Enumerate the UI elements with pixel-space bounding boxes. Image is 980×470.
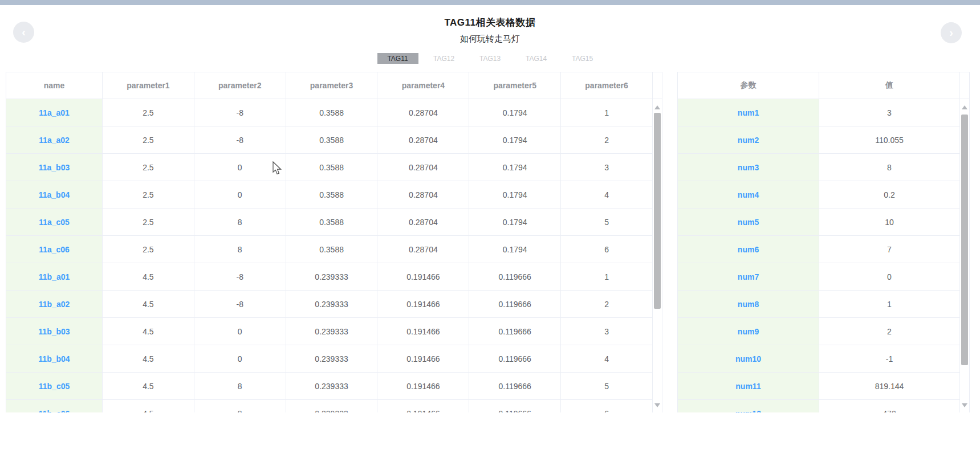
data-cell: 1 bbox=[561, 99, 653, 126]
row-name-cell[interactable]: 11a_b04 bbox=[6, 181, 103, 208]
data-cell: 0.28704 bbox=[377, 99, 469, 126]
row-name-cell[interactable]: num1 bbox=[678, 99, 819, 126]
column-header: 参数 bbox=[678, 72, 819, 99]
row-name-cell[interactable]: 11a_c06 bbox=[6, 236, 103, 263]
scrollbar-thumb[interactable] bbox=[961, 115, 968, 365]
row-name-cell[interactable]: num3 bbox=[678, 154, 819, 181]
data-cell: 0.239333 bbox=[286, 400, 378, 412]
vertical-scrollbar[interactable] bbox=[653, 99, 662, 412]
data-cell: 4 bbox=[561, 345, 653, 372]
data-cell: -8 bbox=[194, 263, 286, 290]
table-row: num12470 bbox=[678, 400, 969, 412]
data-cell: 0.119666 bbox=[469, 263, 561, 290]
row-name-cell[interactable]: num11 bbox=[678, 373, 819, 399]
data-cell: 3 bbox=[561, 154, 653, 181]
row-name-cell[interactable]: num4 bbox=[678, 181, 819, 208]
data-cell: 2 bbox=[561, 291, 653, 317]
table-header-row: nameparameter1parameter2parameter3parame… bbox=[6, 72, 662, 99]
row-name-cell[interactable]: num6 bbox=[678, 236, 819, 263]
data-cell: 5 bbox=[561, 209, 653, 235]
row-name-cell[interactable]: 11a_b03 bbox=[6, 154, 103, 181]
vertical-scrollbar[interactable] bbox=[960, 99, 969, 412]
table-row: 11b_c064.580.2393330.1914660.1196666 bbox=[6, 400, 662, 412]
data-cell: 0.239333 bbox=[286, 345, 378, 372]
tab-tag13[interactable]: TAG13 bbox=[470, 53, 511, 64]
table-row: 11a_a012.5-80.35880.287040.17941 bbox=[6, 99, 662, 126]
data-cell: 3 bbox=[561, 318, 653, 345]
row-name-cell[interactable]: 11b_b03 bbox=[6, 318, 103, 345]
row-name-cell[interactable]: num2 bbox=[678, 126, 819, 153]
tab-tag11[interactable]: TAG11 bbox=[377, 53, 418, 64]
column-header: parameter2 bbox=[194, 72, 286, 99]
row-name-cell[interactable]: num12 bbox=[678, 400, 819, 412]
data-cell: 2.5 bbox=[103, 154, 194, 181]
row-name-cell[interactable]: num9 bbox=[678, 318, 819, 345]
row-name-cell[interactable]: 11b_c05 bbox=[6, 373, 103, 399]
page-title: TAG11相关表格数据 bbox=[0, 16, 980, 29]
scroll-up-icon[interactable] bbox=[960, 104, 969, 112]
data-cell: 7 bbox=[819, 236, 960, 263]
row-name-cell[interactable]: 11b_c06 bbox=[6, 400, 103, 412]
table-row: 11b_a024.5-80.2393330.1914660.1196662 bbox=[6, 291, 662, 318]
table-row: 11b_b034.500.2393330.1914660.1196663 bbox=[6, 318, 662, 345]
table-row: num81 bbox=[678, 291, 969, 318]
row-name-cell[interactable]: 11b_b04 bbox=[6, 345, 103, 372]
data-cell: 8 bbox=[819, 154, 960, 181]
page-subtitle: 如何玩转走马灯 bbox=[0, 34, 980, 44]
data-cell: 4.5 bbox=[103, 291, 194, 317]
table-row: 11a_b042.500.35880.287040.17944 bbox=[6, 181, 662, 209]
row-name-cell[interactable]: num10 bbox=[678, 345, 819, 372]
row-name-cell[interactable]: num7 bbox=[678, 263, 819, 290]
table-row: num70 bbox=[678, 263, 969, 291]
scroll-down-icon[interactable] bbox=[960, 402, 969, 410]
scroll-down-icon[interactable] bbox=[653, 402, 662, 410]
data-cell: 819.144 bbox=[819, 373, 960, 399]
data-cell: 0.119666 bbox=[469, 345, 561, 372]
data-cell: 1 bbox=[561, 263, 653, 290]
table-row: 11b_b044.500.2393330.1914660.1196664 bbox=[6, 345, 662, 373]
table-row: num13 bbox=[678, 99, 969, 126]
scroll-up-icon[interactable] bbox=[653, 104, 662, 112]
tab-tag12[interactable]: TAG12 bbox=[424, 53, 465, 64]
data-cell: 2 bbox=[819, 318, 960, 345]
column-header: parameter6 bbox=[561, 72, 653, 99]
data-cell: 2.5 bbox=[103, 181, 194, 208]
table-body: 11a_a012.5-80.35880.287040.1794111a_a022… bbox=[6, 99, 662, 412]
parameters-table: nameparameter1parameter2parameter3parame… bbox=[6, 72, 662, 412]
tab-tag14[interactable]: TAG14 bbox=[516, 53, 557, 64]
data-cell: 0 bbox=[194, 181, 286, 208]
data-cell: 0.1794 bbox=[469, 236, 561, 263]
row-name-cell[interactable]: num5 bbox=[678, 209, 819, 235]
data-cell: 0.3588 bbox=[286, 236, 378, 263]
scrollbar-thumb[interactable] bbox=[654, 113, 661, 309]
data-cell: 0.239333 bbox=[286, 263, 378, 290]
data-cell: 0.1794 bbox=[469, 181, 561, 208]
top-accent-bar bbox=[0, 0, 980, 5]
data-cell: 0.28704 bbox=[377, 236, 469, 263]
table-header-row: 参数值 bbox=[678, 72, 969, 99]
data-cell: 0 bbox=[194, 318, 286, 345]
column-header: 值 bbox=[819, 72, 960, 99]
table-row: num10-1 bbox=[678, 345, 969, 373]
row-name-cell[interactable]: 11a_a01 bbox=[6, 99, 103, 126]
data-cell: 0.1794 bbox=[469, 209, 561, 235]
data-cell: 0.28704 bbox=[377, 209, 469, 235]
row-name-cell[interactable]: 11b_a01 bbox=[6, 263, 103, 290]
row-name-cell[interactable]: num8 bbox=[678, 291, 819, 317]
data-cell: 0.191466 bbox=[377, 345, 469, 372]
tag-tabs: TAG11TAG12TAG13TAG14TAG15 bbox=[0, 53, 980, 64]
row-name-cell[interactable]: 11b_a02 bbox=[6, 291, 103, 317]
data-cell: 110.055 bbox=[819, 126, 960, 153]
data-cell: 0 bbox=[194, 154, 286, 181]
tab-tag15[interactable]: TAG15 bbox=[562, 53, 603, 64]
table-row: num38 bbox=[678, 154, 969, 181]
table-row: num11819.144 bbox=[678, 373, 969, 400]
data-cell: 4.5 bbox=[103, 345, 194, 372]
table-row: 11a_c052.580.35880.287040.17945 bbox=[6, 209, 662, 236]
row-name-cell[interactable]: 11a_c05 bbox=[6, 209, 103, 235]
data-cell: 0.1794 bbox=[469, 154, 561, 181]
data-cell: -8 bbox=[194, 291, 286, 317]
row-name-cell[interactable]: 11a_a02 bbox=[6, 126, 103, 153]
data-cell: 0.3588 bbox=[286, 126, 378, 153]
data-cell: 0.1794 bbox=[469, 126, 561, 153]
